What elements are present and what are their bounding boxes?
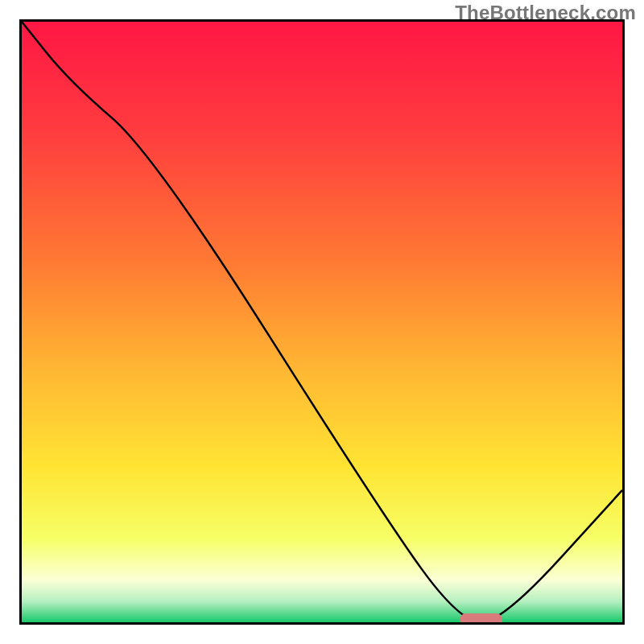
svg-rect-1 bbox=[460, 613, 502, 622]
sweet-spot-marker bbox=[22, 22, 622, 622]
plot-frame bbox=[19, 19, 625, 625]
